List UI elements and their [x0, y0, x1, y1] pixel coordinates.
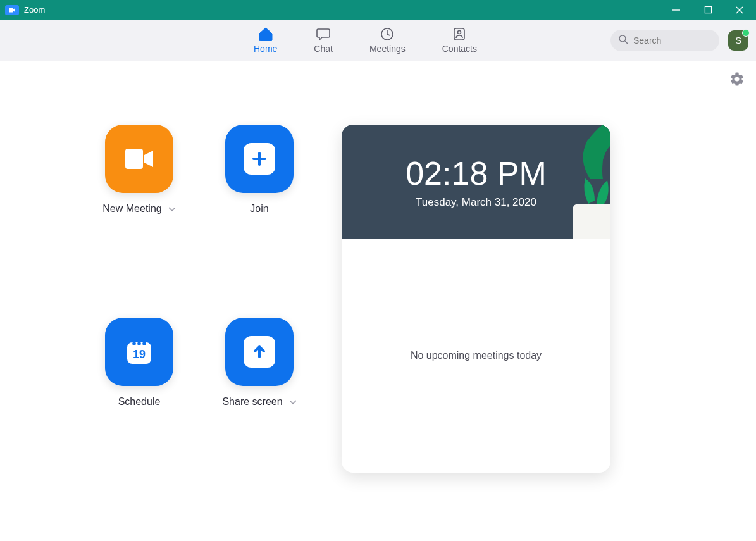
- window-title: Zoom: [24, 5, 669, 15]
- clock-date: Tuesday, March 31, 2020: [416, 196, 536, 209]
- svg-line-10: [625, 41, 628, 44]
- chevron-down-icon[interactable]: [168, 203, 176, 215]
- profile-avatar[interactable]: S: [728, 30, 748, 51]
- contacts-icon: [452, 27, 467, 41]
- svg-point-9: [619, 35, 626, 42]
- svg-rect-1: [705, 6, 711, 13]
- nav-meetings-label: Meetings: [369, 44, 406, 54]
- svg-point-15: [137, 342, 141, 345]
- minimize-button[interactable]: [669, 3, 684, 18]
- nav-meetings[interactable]: Meetings: [369, 27, 406, 54]
- top-nav: Home Chat Meetings Contacts: [0, 20, 756, 61]
- clock-icon: [380, 27, 395, 41]
- clock-time: 02:18 PM: [406, 154, 547, 192]
- share-screen-button[interactable]: Share screen: [202, 318, 316, 473]
- settings-button[interactable]: [729, 72, 745, 89]
- svg-point-8: [458, 30, 461, 34]
- join-label: Join: [250, 203, 268, 215]
- new-meeting-label: New Meeting: [102, 203, 161, 215]
- actions-grid: New Meeting Join: [82, 125, 316, 473]
- calendar-body: No upcoming meetings today: [342, 239, 610, 473]
- nav-contacts[interactable]: Contacts: [442, 27, 477, 54]
- svg-text:19: 19: [133, 348, 146, 361]
- no-meetings-label: No upcoming meetings today: [411, 350, 542, 361]
- calendar-header: 02:18 PM Tuesday, March 31, 2020: [342, 125, 610, 239]
- share-icon: [225, 318, 294, 386]
- svg-point-16: [142, 342, 146, 345]
- new-meeting-button[interactable]: New Meeting: [82, 125, 196, 280]
- chat-icon: [316, 27, 331, 41]
- schedule-button[interactable]: 19 Schedule: [82, 318, 196, 473]
- nav-chat[interactable]: Chat: [314, 27, 333, 54]
- avatar-initial: S: [735, 35, 741, 46]
- calendar-panel: 02:18 PM Tuesday, March 31, 2020 No upco…: [342, 125, 610, 473]
- chevron-down-icon[interactable]: [289, 396, 297, 407]
- search-input[interactable]: [633, 35, 712, 46]
- content-area: New Meeting Join: [0, 61, 756, 541]
- schedule-label: Schedule: [118, 396, 161, 407]
- svg-line-6: [387, 34, 390, 35]
- calendar-icon: 19: [105, 318, 173, 386]
- search-icon: [618, 34, 628, 46]
- plus-icon: [225, 125, 294, 193]
- svg-point-14: [132, 342, 136, 345]
- title-bar: Zoom: [0, 0, 756, 20]
- app-icon: [5, 5, 19, 15]
- close-button[interactable]: [732, 3, 747, 18]
- pot-decoration-icon: [560, 175, 610, 239]
- join-button[interactable]: Join: [202, 125, 316, 280]
- nav-home-label: Home: [254, 44, 277, 54]
- plant-decoration-icon: [571, 125, 610, 179]
- search-box[interactable]: [610, 30, 719, 51]
- nav-chat-label: Chat: [314, 44, 333, 54]
- video-icon: [105, 125, 173, 193]
- share-screen-label: Share screen: [222, 396, 282, 407]
- home-icon: [258, 27, 273, 41]
- maximize-button[interactable]: [700, 3, 716, 18]
- nav-contacts-label: Contacts: [442, 44, 477, 54]
- nav-home[interactable]: Home: [254, 27, 277, 54]
